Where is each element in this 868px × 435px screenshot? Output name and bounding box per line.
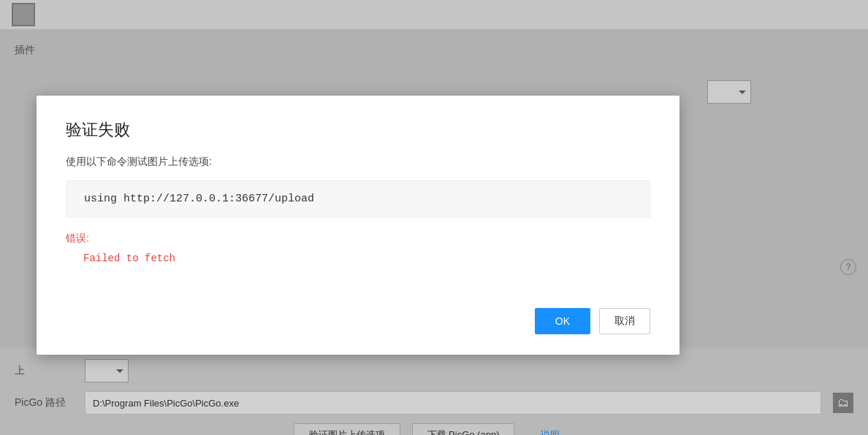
modal-instruction: 使用以下命令测试图片上传选项: (66, 155, 650, 169)
modal-title: 验证失败 (66, 119, 650, 141)
modal-footer: OK 取消 (66, 308, 650, 334)
modal-error-value: Failed to fetch (66, 253, 650, 264)
ok-button[interactable]: OK (535, 308, 590, 334)
cancel-button[interactable]: 取消 (599, 308, 650, 334)
modal-dialog: 验证失败 使用以下命令测试图片上传选项: using http://127.0.… (37, 96, 679, 355)
code-text: using http://127.0.0.1:36677/upload (84, 193, 314, 205)
modal-code-block: using http://127.0.0.1:36677/upload (66, 180, 650, 218)
modal-error-label: 错误: (66, 232, 650, 245)
modal-overlay: 验证失败 使用以下命令测试图片上传选项: using http://127.0.… (0, 0, 868, 435)
